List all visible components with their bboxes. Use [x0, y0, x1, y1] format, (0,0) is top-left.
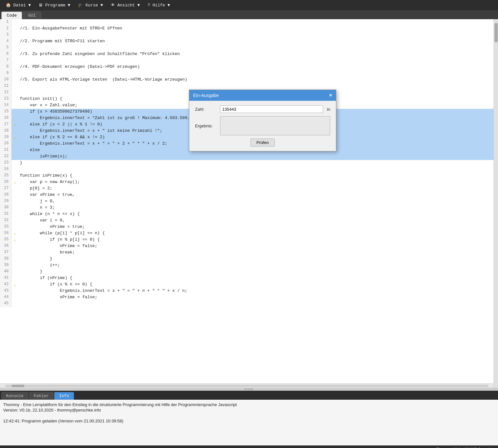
code-line-37: 37 break; [0, 250, 494, 256]
btab-konsole[interactable]: Konsole [1, 392, 29, 400]
line-number-35: 35 [0, 237, 12, 243]
line-number-45: 45 [0, 301, 12, 307]
warning-icon: ⚠ [13, 283, 16, 287]
code-line-11: 11 [0, 83, 494, 90]
line-warn-32 [12, 218, 18, 224]
line-number-33: 33 [0, 224, 12, 230]
line-warn-37 [12, 250, 18, 256]
btab-fehler[interactable]: Fehler [29, 392, 54, 400]
menu-programm[interactable]: 🖥 Programm ▼ [35, 2, 73, 9]
line-content-8: //4. PDF-Dokument erzeugen (Datei->PDF e… [18, 64, 140, 70]
code-line-27: 27 p[0] = 2; [0, 186, 494, 192]
line-warn-12 [12, 90, 18, 96]
resize-handle[interactable]: ═══ [0, 388, 498, 390]
btab-info[interactable]: Info [54, 392, 74, 400]
vertical-scrollbar[interactable] [494, 19, 498, 388]
dialog-close-button[interactable]: × [329, 92, 332, 98]
line-warn-39 [12, 262, 18, 269]
line-content-24 [18, 166, 20, 173]
line-number-39: 39 [0, 262, 12, 269]
main-area: 12//1. Ein-Ausgabefenster mit STRG+E öff… [0, 19, 498, 388]
code-line-22: 22 isPrime(x); [0, 154, 494, 160]
dialog-ergebnis-row: Ergebnis: [195, 116, 330, 135]
line-warn-22 [12, 154, 18, 160]
code-line-39: 39 i++; [0, 262, 494, 269]
dialog-ergebnis-textarea[interactable] [220, 116, 330, 135]
code-line-29: 29 j = 0, [0, 198, 494, 205]
line-content-18: Ergebnis.innerText = x + " ist keine Pri… [18, 128, 162, 134]
dialog-titlebar: Ein-Ausgabe × [189, 90, 336, 101]
line-number-8: 8 [0, 64, 12, 70]
line-number-19: 19 [0, 134, 12, 141]
line-content-41: if (nPrime) { [18, 275, 72, 282]
line-content-1 [18, 19, 20, 26]
line-content-21: else [18, 147, 40, 154]
code-line-10: 10//5. Export als HTML-Vorlage testen (D… [0, 77, 494, 83]
line-number-14: 14 [0, 102, 12, 109]
code-line-31: 31 while (n * n <= x) { [0, 211, 494, 218]
line-warn-28 [12, 192, 18, 198]
menu-kurse[interactable]: 🎓 Kurse ▼ [75, 1, 106, 9]
line-number-23: 23 [0, 160, 12, 166]
line-warn-44 [12, 294, 18, 301]
line-number-20: 20 [0, 141, 12, 147]
line-warn-16 [12, 115, 18, 122]
code-line-41: 41 if (nPrime) { [0, 275, 494, 282]
line-number-25: 25 [0, 173, 12, 179]
tab-code[interactable]: Code [1, 12, 22, 19]
line-number-32: 32 [0, 218, 12, 224]
warning-icon: ⚠ [13, 123, 16, 127]
code-line-36: 36 nPrime = false; [0, 243, 494, 250]
line-warn-36 [12, 243, 18, 250]
line-content-32: var i = 0, [18, 218, 65, 224]
line-number-15: 15 [0, 109, 12, 115]
dialog-prufen-button[interactable]: Prüfen [250, 139, 275, 147]
bottom-line2: Version: V0.1b, 22.10.2020 - thommy@pers… [3, 408, 495, 412]
line-number-41: 41 [0, 275, 12, 282]
dialog-zahl-input[interactable] [220, 105, 323, 113]
menu-hilfe[interactable]: ? Hilfe ▼ [144, 2, 173, 9]
ein-ausgabe-dialog[interactable]: Ein-Ausgabe × Zahl: in Ergebnis: Prüfen [189, 90, 336, 151]
line-content-30: n = 3; [18, 205, 55, 211]
code-line-2: 2//1. Ein-Ausgabefenster mit STRG+E öffn… [0, 26, 494, 32]
line-number-11: 11 [0, 83, 12, 90]
code-line-30: 30 n = 3; [0, 205, 494, 211]
line-warn-30 [12, 205, 18, 211]
code-line-45: 45 [0, 301, 494, 307]
line-warn-7 [12, 58, 18, 64]
bottom-line1: Thommy - Eine Lernplattform für den Eins… [3, 402, 495, 407]
code-line-8: 8//4. PDF-Dokument erzeugen (Datei->PDF … [0, 64, 494, 70]
line-warn-2 [12, 26, 18, 32]
bottom-line3 [3, 413, 495, 418]
tab-gui[interactable]: GUI [23, 12, 41, 19]
code-editor[interactable]: 12//1. Ein-Ausgabefenster mit STRG+E öff… [0, 19, 494, 383]
line-content-42: if (x % n == 0) { [18, 282, 92, 288]
menu-datei[interactable]: 🏠 Datei ▼ [3, 1, 34, 9]
warning-icon: ⚠ [13, 180, 16, 185]
line-warn-18 [12, 128, 18, 134]
warning-icon: ⚠ [13, 231, 16, 236]
line-number-5: 5 [0, 45, 12, 51]
line-warn-40 [12, 269, 18, 275]
line-warn-41 [12, 275, 18, 282]
code-line-4: 4//2. Programm mit STRG+F11 starten [0, 38, 494, 45]
line-content-17: else if (x < 2 || x % 1 != 0) [18, 122, 102, 128]
line-content-7 [18, 58, 20, 64]
line-content-5 [18, 45, 20, 51]
line-warn-43 [12, 288, 18, 294]
line-content-4: //2. Programm mit STRG+F11 starten [18, 38, 105, 45]
line-warn-19: ⚠ [12, 134, 18, 141]
dialog-ergebnis-label: Ergebnis: [195, 124, 217, 128]
line-content-36: nPrime = false; [18, 243, 97, 250]
code-line-42: 42⚠ if (x % n == 0) { [0, 282, 494, 288]
line-warn-33 [12, 224, 18, 230]
line-warn-27 [12, 186, 18, 192]
menu-ansicht[interactable]: 👁 Ansicht ▼ [108, 2, 143, 9]
line-number-1: 1 [0, 19, 12, 26]
line-number-26: 26 [0, 179, 12, 186]
code-line-5: 5 [0, 45, 494, 51]
code-line-32: 32 var i = 0, [0, 218, 494, 224]
horizontal-scrollbar[interactable] [0, 383, 494, 388]
line-content-3 [18, 32, 20, 38]
line-content-33: nPrime = true; [18, 224, 85, 230]
